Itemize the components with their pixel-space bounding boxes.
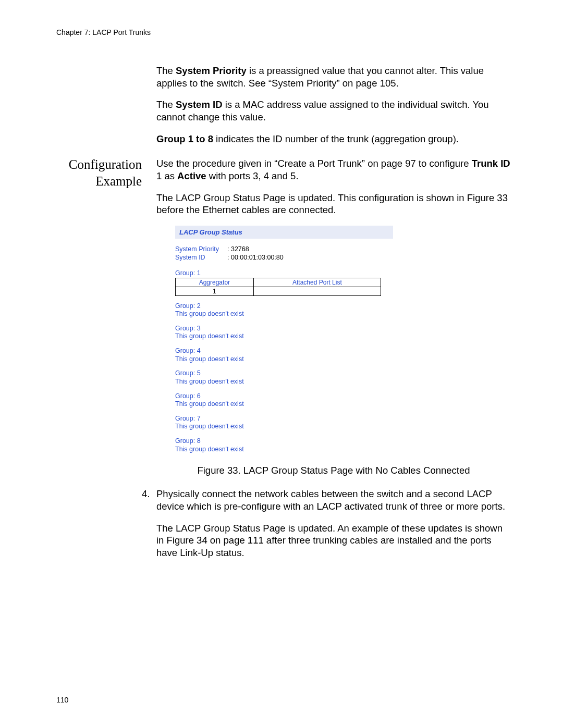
group-block: Group: 3This group doesn't exist — [175, 325, 393, 341]
th-aggregator: Aggregator — [176, 278, 254, 287]
kv-system-id: System ID : 00:00:01:03:00:80 — [175, 253, 393, 262]
page: Chapter 7: LACP Port Trunks The System P… — [0, 0, 563, 728]
step-4: 4. Physically connect the network cables… — [142, 488, 511, 512]
th-attached-port-list: Attached Port List — [253, 278, 381, 287]
page-number: 110 — [56, 696, 68, 704]
group-block: Group: 6This group doesn't exist — [175, 392, 393, 409]
kv-system-priority: System Priority : 32768 — [175, 245, 393, 253]
group-message: This group doesn't exist — [175, 378, 393, 386]
bold-system-priority: System Priority — [176, 65, 247, 76]
group-block: Group: 5This group doesn't exist — [175, 369, 393, 386]
step-number: 4. — [142, 488, 156, 512]
lacp-title-bar: LACP Group Status — [175, 226, 393, 239]
group1-label: Group: 1 — [175, 269, 393, 277]
table-header-row: Aggregator Attached Port List — [176, 278, 381, 287]
text: The — [156, 65, 176, 76]
group-label: Group: 8 — [175, 437, 393, 446]
text: indicates the ID number of the trunk (ag… — [213, 133, 459, 144]
table-row: 1 — [176, 287, 381, 295]
group-message: This group doesn't exist — [175, 310, 393, 318]
group-block: Group: 7This group doesn't exist — [175, 415, 393, 431]
kv-key: System Priority — [175, 245, 227, 253]
group-block: Group: 2This group doesn't exist — [175, 302, 393, 318]
text: 1 as — [156, 170, 177, 181]
intro-p3: Group 1 to 8 indicates the ID number of … — [156, 133, 511, 145]
intro-block: The System Priority is a preassigned val… — [156, 65, 511, 154]
config-main: Use the procedure given in “Create a Por… — [156, 157, 511, 568]
group-label: Group: 5 — [175, 369, 393, 378]
group-label: Group: 7 — [175, 415, 393, 423]
td-aggregator: 1 — [176, 287, 254, 295]
after-step-paragraph: The LACP Group Status Page is updated. A… — [156, 522, 511, 559]
td-attached-port-list — [253, 287, 381, 295]
bold-system-id: System ID — [176, 99, 222, 110]
figure-caption: Figure 33. LACP Group Status Page with N… — [156, 465, 511, 476]
group-block: Group: 8This group doesn't exist — [175, 437, 393, 453]
group-block: Group: 4This group doesn't exist — [175, 347, 393, 363]
config-p2: The LACP Group Status Page is updated. T… — [156, 192, 511, 216]
group-message: This group doesn't exist — [175, 332, 393, 341]
config-p1: Use the procedure given in “Create a Por… — [156, 157, 511, 182]
text: Use the procedure given in “Create a Por… — [156, 158, 472, 169]
side-heading: Configuration Example — [56, 156, 156, 189]
intro-p2: The System ID is a MAC address value ass… — [156, 98, 511, 123]
kv-key: System ID — [175, 253, 227, 262]
group-message: This group doesn't exist — [175, 355, 393, 364]
group-label: Group: 3 — [175, 325, 393, 333]
aggregator-table: Aggregator Attached Port List 1 — [175, 278, 381, 296]
kv-val: : 00:00:01:03:00:80 — [227, 253, 284, 262]
group-label: Group: 2 — [175, 302, 393, 311]
lacp-figure: LACP Group Status System Priority : 3276… — [175, 226, 393, 453]
bold-trunk-id: Trunk ID — [472, 158, 510, 169]
group-message: This group doesn't exist — [175, 446, 393, 454]
chapter-header: Chapter 7: LACP Port Trunks — [56, 28, 511, 36]
group-label: Group: 4 — [175, 347, 393, 355]
kv-val: : 32768 — [227, 245, 249, 253]
lacp-body: System Priority : 32768 System ID : 00:0… — [175, 239, 393, 453]
step-body: Physically connect the network cables be… — [156, 488, 511, 512]
intro-p1: The System Priority is a preassigned val… — [156, 65, 511, 89]
group-message: This group doesn't exist — [175, 400, 393, 409]
text: with ports 3, 4 and 5. — [206, 170, 299, 181]
content-area: The System Priority is a preassigned val… — [56, 65, 511, 569]
text: The — [156, 99, 176, 110]
bold-active: Active — [177, 170, 206, 181]
groups-container: Group: 2This group doesn't existGroup: 3… — [175, 302, 393, 454]
group-message: This group doesn't exist — [175, 423, 393, 431]
config-row: Configuration Example Use the procedure … — [56, 157, 511, 568]
bold-group-range: Group 1 to 8 — [156, 133, 213, 144]
group-label: Group: 6 — [175, 392, 393, 401]
